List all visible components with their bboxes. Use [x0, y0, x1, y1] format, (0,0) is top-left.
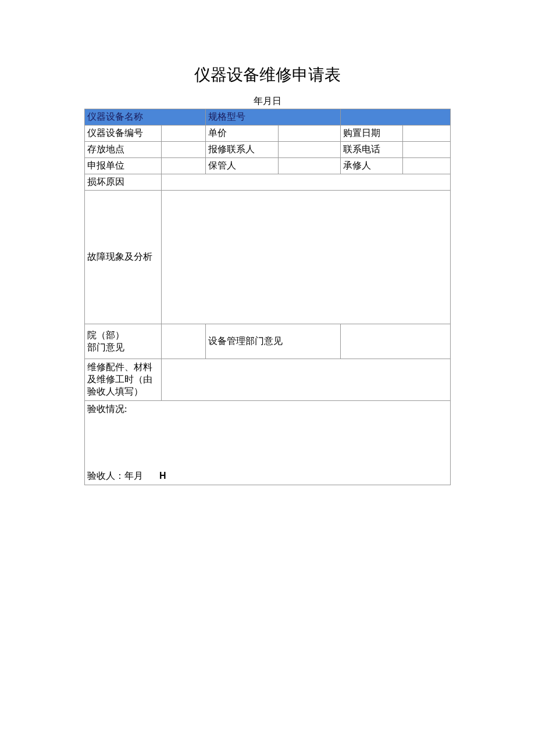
value-device-no — [162, 126, 205, 142]
value-custodian — [279, 158, 341, 174]
table-row: 院（部） 部门意见 设备管理部门意见 — [85, 324, 451, 359]
maintenance-form-table: 仪器设备名称 规格型号 仪器设备编号 单价 购置日期 存放地点 报修联系人 联系… — [84, 109, 451, 485]
label-damage-reason: 损坏原因 — [85, 174, 162, 191]
dept-opinion-line1: 院（部） — [87, 330, 124, 340]
label-device-name: 仪器设备名称 — [85, 109, 206, 126]
table-row: 申报单位 保管人 承修人 — [85, 158, 451, 174]
value-damage-reason — [162, 174, 451, 191]
label-contact-phone: 联系电话 — [341, 142, 403, 158]
document-title: 仪器设备维修申请表 — [84, 64, 451, 86]
date-line: 年月日 — [84, 95, 451, 108]
table-row: 存放地点 报修联系人 联系电话 — [85, 142, 451, 158]
h-character: H — [159, 471, 166, 481]
table-row: 维修配件、材料 及维修工时（由 验收人填写） — [85, 359, 451, 401]
label-spec-model: 规格型号 — [205, 109, 341, 126]
label-storage-location: 存放地点 — [85, 142, 162, 158]
label-repair-contact: 报修联系人 — [205, 142, 279, 158]
label-accept-status: 验收情况: — [87, 403, 448, 415]
label-fault-analysis: 故障现象及分析 — [85, 191, 162, 324]
accept-person-line: 验收人：年月 H — [87, 470, 448, 482]
value-storage-location — [162, 142, 205, 158]
value-purchase-date — [403, 126, 451, 142]
label-device-no: 仪器设备编号 — [85, 126, 162, 142]
value-parts-info — [162, 359, 451, 401]
value-dept-opinion — [162, 324, 205, 359]
label-mgmt-opinion: 设备管理部门意见 — [205, 324, 341, 359]
label-dept-opinion: 院（部） 部门意见 — [85, 324, 162, 359]
table-row: 损坏原因 — [85, 174, 451, 191]
label-purchase-date: 购置日期 — [341, 126, 403, 142]
table-row: 仪器设备编号 单价 购置日期 — [85, 126, 451, 142]
value-mgmt-opinion — [341, 324, 451, 359]
table-row: 故障现象及分析 — [85, 191, 451, 324]
label-custodian: 保管人 — [205, 158, 279, 174]
value-unit-price — [279, 126, 341, 142]
dept-opinion-line2: 部门意见 — [87, 342, 124, 352]
value-spec-model — [341, 109, 451, 126]
label-unit-price: 单价 — [205, 126, 279, 142]
acceptance-cell: 验收情况: 验收人：年月 H — [85, 401, 451, 485]
label-accept-person: 验收人：年月 — [87, 471, 143, 481]
value-repair-contact — [279, 142, 341, 158]
value-contact-phone — [403, 142, 451, 158]
label-repairer: 承修人 — [341, 158, 403, 174]
value-report-unit — [162, 158, 205, 174]
parts-line1: 维修配件、材料 — [87, 362, 152, 372]
table-row: 仪器设备名称 规格型号 — [85, 109, 451, 126]
parts-line2: 及维修工时（由 — [87, 374, 152, 384]
value-fault-analysis — [162, 191, 451, 324]
label-parts-info: 维修配件、材料 及维修工时（由 验收人填写） — [85, 359, 162, 401]
value-repairer — [403, 158, 451, 174]
label-report-unit: 申报单位 — [85, 158, 162, 174]
table-row: 验收情况: 验收人：年月 H — [85, 401, 451, 485]
parts-line3: 验收人填写） — [87, 386, 143, 396]
